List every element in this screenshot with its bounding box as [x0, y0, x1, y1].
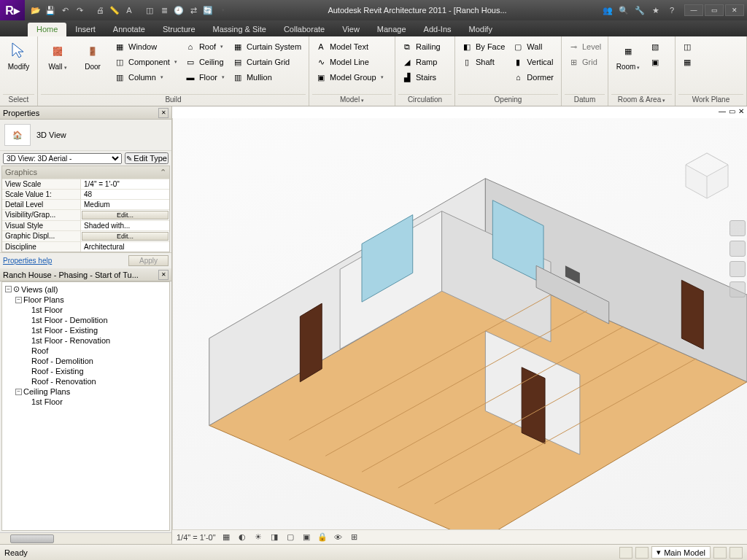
edits-icon[interactable] — [635, 547, 649, 559]
wrench-icon[interactable]: 🔧 — [633, 4, 646, 17]
browser-hscroll[interactable] — [0, 532, 171, 544]
prop-value[interactable]: Edit... — [81, 210, 169, 220]
tab-annotate[interactable]: Annotate — [104, 23, 154, 36]
prop-value[interactable]: Medium — [81, 200, 169, 209]
measure-icon[interactable]: 📏 — [108, 4, 121, 17]
tree-item[interactable]: Roof - Existing — [2, 366, 169, 376]
panel-title[interactable]: Room & Area — [611, 94, 672, 106]
maximize-button[interactable]: ▭ — [705, 4, 724, 16]
app-menu-button[interactable]: R▸ — [0, 0, 25, 20]
temp-hide-icon[interactable]: 👁 — [333, 532, 344, 543]
railing-button[interactable]: ⧉Railing — [398, 39, 444, 54]
property-row[interactable]: Graphic Displ...Edit... — [2, 230, 169, 241]
tab-view[interactable]: View — [333, 23, 368, 36]
tab-home[interactable]: Home — [28, 23, 66, 36]
link-icon[interactable] — [729, 547, 743, 559]
text-icon[interactable]: A — [123, 4, 136, 17]
save-icon[interactable]: 💾 — [44, 4, 57, 17]
lock-icon[interactable]: 🔒 — [317, 532, 328, 543]
property-row[interactable]: Visibility/Grap...Edit... — [2, 209, 169, 220]
help-icon[interactable]: ? — [665, 4, 678, 17]
purge-icon[interactable]: 🔄 — [201, 4, 214, 17]
vertical-button[interactable]: ▮Vertical — [509, 55, 557, 69]
people-icon[interactable]: 👥 — [601, 4, 614, 17]
shaft-button[interactable]: ▯Shaft — [458, 55, 508, 69]
tab-structure[interactable]: Structure — [154, 23, 204, 36]
prop-value[interactable]: Edit... — [81, 231, 169, 241]
tree-item[interactable]: Roof — [2, 346, 169, 356]
view-restore-icon[interactable]: ▭ — [729, 107, 735, 117]
tab-collaborate[interactable]: Collaborate — [275, 23, 333, 36]
prop-value[interactable]: Architectural — [81, 242, 169, 252]
tree-item[interactable]: 1st Floor - Existing — [2, 325, 169, 335]
undo-icon[interactable]: ↶ — [58, 4, 71, 17]
grid-button[interactable]: ⊞Grid — [565, 55, 604, 69]
property-row[interactable]: Scale Value 1:48 — [2, 189, 169, 199]
tab-modify[interactable]: Modify — [460, 23, 501, 36]
tree-item[interactable]: Roof - Renovation — [2, 376, 169, 386]
room-button[interactable]: ▦Room — [611, 38, 645, 74]
property-row[interactable]: View Scale1/4" = 1'-0" — [2, 179, 169, 189]
window-button[interactable]: ▦Window — [111, 39, 180, 54]
view-minimize-icon[interactable]: — — [719, 107, 726, 117]
scale-label[interactable]: 1/4" = 1'-0" — [177, 533, 216, 542]
sync-icon[interactable]: ⇄ — [187, 4, 200, 17]
detail-level-icon[interactable]: ▦ — [220, 532, 232, 543]
view-cube[interactable] — [678, 147, 735, 204]
tree-ceiling-plans[interactable]: − Ceiling Plans — [2, 386, 169, 397]
properties-type-selector[interactable]: 🏠 3D View — [0, 120, 171, 150]
redo-icon[interactable]: ↷ — [73, 4, 86, 17]
tree-item[interactable]: 1st Floor - Demolition — [2, 315, 169, 325]
tree-item[interactable]: 1st Floor — [2, 397, 169, 407]
component-button[interactable]: ◫Component — [111, 55, 180, 69]
list-icon[interactable]: ≣ — [158, 4, 171, 17]
3d-viewport[interactable] — [172, 118, 747, 529]
minimize-button[interactable]: — — [684, 4, 703, 16]
design-option-selector[interactable]: ▾ Main Model — [651, 546, 711, 559]
ceiling-button[interactable]: ▭Ceiling — [182, 55, 228, 69]
modify-button[interactable]: Modify — [3, 38, 34, 74]
sun-path-icon[interactable]: ☀ — [252, 532, 264, 543]
tree-item[interactable]: 1st Floor — [2, 305, 169, 315]
panel-title[interactable]: Model — [312, 94, 392, 106]
tab-addins[interactable]: Add-Ins — [415, 23, 460, 36]
model-group-button[interactable]: ▣Model Group — [312, 70, 387, 85]
edit-button[interactable]: Edit... — [82, 211, 169, 219]
column-button[interactable]: ▥Column — [111, 70, 180, 85]
shadows-icon[interactable]: ◨ — [268, 532, 280, 543]
view-close-icon[interactable]: ✕ — [738, 107, 744, 117]
tab-insert[interactable]: Insert — [66, 23, 104, 36]
prop-value[interactable]: 48 — [81, 190, 169, 199]
instance-selector[interactable]: 3D View: 3D Aerial - — [3, 153, 122, 164]
tree-floor-plans[interactable]: − Floor Plans — [2, 295, 169, 305]
ramp-button[interactable]: ◢Ramp — [398, 55, 444, 69]
room-sep-button[interactable]: ▧ — [646, 39, 664, 54]
tab-massing[interactable]: Massing & Site — [204, 23, 275, 36]
property-row[interactable]: Visual StyleShaded with... — [2, 220, 169, 230]
model-text-button[interactable]: AModel Text — [312, 39, 387, 54]
3d-icon[interactable]: ◫ — [143, 4, 156, 17]
apply-button[interactable]: Apply — [128, 255, 169, 266]
close-button[interactable]: ✕ — [725, 4, 744, 16]
prop-value[interactable]: Shaded with... — [81, 221, 169, 230]
property-row[interactable]: Detail LevelMedium — [2, 199, 169, 209]
edit-button[interactable]: Edit... — [82, 232, 169, 241]
model-line-button[interactable]: ∿Model Line — [312, 55, 387, 69]
door-button[interactable]: 🚪Door — [76, 38, 109, 74]
browser-tree[interactable]: −⊙ Views (all) − Floor Plans 1st Floor1s… — [1, 281, 170, 531]
orbit-icon[interactable] — [729, 281, 746, 298]
byface-button[interactable]: ◧By Face — [458, 39, 508, 54]
floor-button[interactable]: ▬Floor — [182, 70, 228, 85]
tree-item[interactable]: Roof - Demolition — [2, 356, 169, 366]
wall-opening-button[interactable]: ▢Wall — [509, 39, 557, 54]
tree-item[interactable]: 1st Floor - Renovation — [2, 335, 169, 346]
star-icon[interactable]: ★ — [649, 4, 662, 17]
edit-type-button[interactable]: ✎ Edit Type — [125, 152, 169, 164]
zoom-icon[interactable] — [729, 261, 746, 277]
properties-help-link[interactable]: Properties help — [3, 257, 52, 265]
curtain-system-button[interactable]: ▦Curtain System — [229, 39, 304, 54]
crop-region-icon[interactable]: ▣ — [301, 532, 312, 543]
qat-customize-icon[interactable] — [216, 4, 229, 17]
reveal-icon[interactable]: ⊞ — [349, 532, 360, 543]
mullion-button[interactable]: ▥Mullion — [229, 70, 304, 85]
